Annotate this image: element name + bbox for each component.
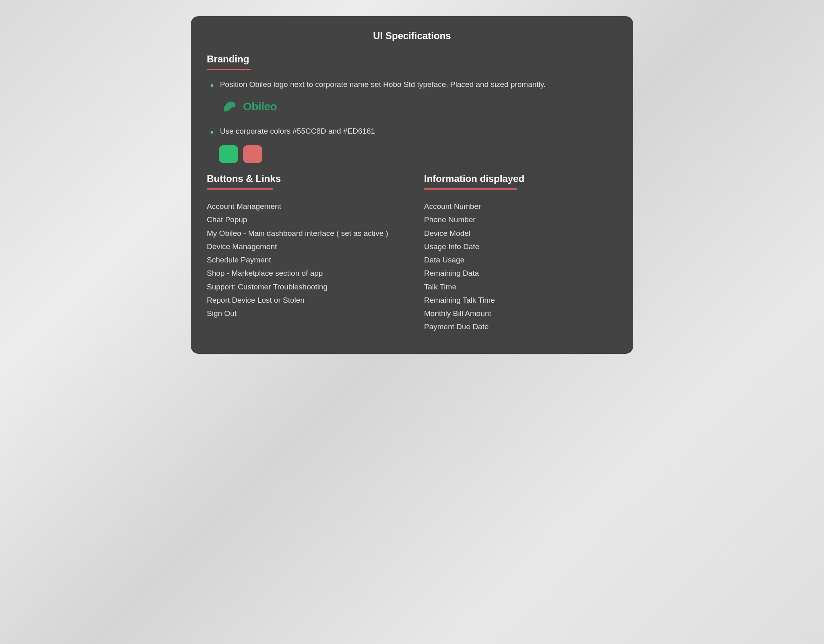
page-title: UI Specifications <box>207 30 617 41</box>
list-item: Data Usage <box>424 253 617 266</box>
list-item: Payment Due Date <box>424 320 617 333</box>
list-item: Account Management <box>207 200 400 213</box>
list-item: Monthly Bill Amount <box>424 307 617 320</box>
branding-heading: Branding <box>207 54 249 65</box>
logo-container: Obileo <box>221 99 617 115</box>
list-item: Usage Info Date <box>424 240 617 253</box>
columns-container: Buttons & Links Account Management Chat … <box>207 173 617 334</box>
swatch-secondary <box>243 145 262 163</box>
list-item: Support: Customer Troubleshooting <box>207 280 400 293</box>
bullet-text: Use corporate colors #55CC8D and #ED6161 <box>220 127 375 136</box>
info-heading: Information displayed <box>424 173 524 184</box>
list-item: Chat Popup <box>207 213 400 226</box>
spec-panel: UI Specifications Branding ● Position Ob… <box>191 16 633 354</box>
buttons-heading: Buttons & Links <box>207 173 281 184</box>
buttons-list: Account Management Chat Popup My Obileo … <box>207 200 400 320</box>
branding-bullet-2: ● Use corporate colors #55CC8D and #ED61… <box>207 127 617 137</box>
list-item: Sign Out <box>207 307 400 320</box>
buttons-links-section: Buttons & Links Account Management Chat … <box>207 173 400 334</box>
information-section: Information displayed Account Number Pho… <box>424 173 617 334</box>
bullet-icon: ● <box>210 80 214 91</box>
branding-section: Branding ● Position Obileo logo next to … <box>207 54 617 163</box>
list-item: Report Device Lost or Stolen <box>207 293 400 307</box>
list-item: Talk Time <box>424 280 617 293</box>
list-item: Device Management <box>207 240 400 253</box>
list-item: Account Number <box>424 200 617 213</box>
section-underline <box>207 188 273 190</box>
bullet-text: Position Obileo logo next to corporate n… <box>220 80 546 89</box>
branding-bullet-1: ● Position Obileo logo next to corporate… <box>207 80 617 91</box>
obileo-logo-icon <box>221 99 239 115</box>
list-item: Device Model <box>424 227 617 240</box>
list-item: Remaining Talk Time <box>424 293 617 307</box>
section-underline <box>424 188 517 190</box>
section-underline <box>207 69 251 70</box>
list-item: Phone Number <box>424 213 617 226</box>
swatch-primary <box>219 145 238 163</box>
list-item: Shop - Marketplace section of app <box>207 266 400 280</box>
logo-text: Obileo <box>243 100 277 113</box>
color-swatches <box>219 145 617 163</box>
info-list: Account Number Phone Number Device Model… <box>424 200 617 334</box>
list-item: Schedule Payment <box>207 253 400 266</box>
list-item: My Obileo - Main dashboard interface ( s… <box>207 227 400 240</box>
bullet-icon: ● <box>210 127 214 137</box>
list-item: Remaining Data <box>424 266 617 280</box>
